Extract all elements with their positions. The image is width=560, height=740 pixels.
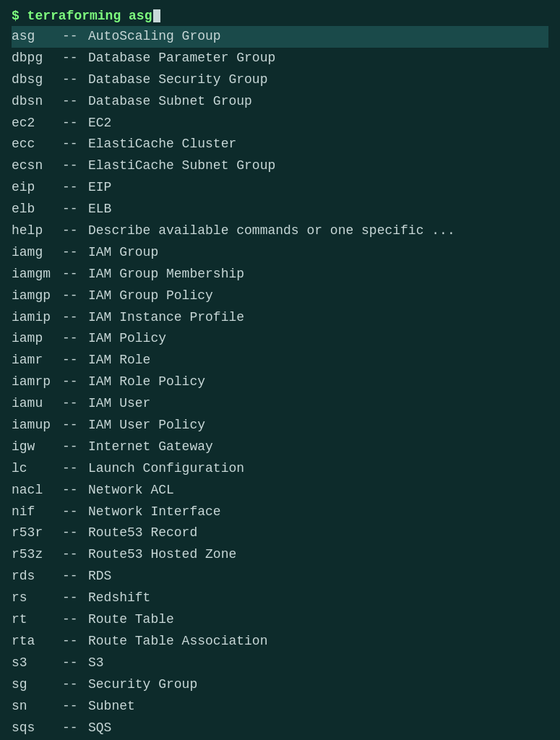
cmd-description: IAM Group Policy	[88, 286, 213, 306]
terminal-window: $ terraforming asg asg -- AutoScaling Gr…	[12, 9, 548, 740]
cmd-separator: --	[62, 567, 88, 587]
cmd-row: iamu -- IAM User	[12, 393, 548, 415]
cmd-row: iamgm -- IAM Group Membership	[12, 264, 548, 285]
cmd-row: r53z -- Route53 Hosted Zone	[12, 544, 548, 566]
cmd-abbr: s3	[12, 653, 62, 674]
cmd-row: iamr -- IAM Role	[12, 350, 548, 371]
cmd-abbr: r53r	[12, 523, 62, 543]
cmd-row: rs -- Redshift	[12, 588, 548, 609]
cmd-row: sn -- Subnet	[12, 696, 548, 718]
cmd-abbr: rta	[12, 632, 62, 652]
cmd-row: ecc -- ElastiCache Cluster	[12, 134, 548, 155]
command-list: asg -- AutoScaling Groupdbpg -- Database…	[12, 26, 548, 740]
cmd-abbr: iamu	[12, 394, 62, 414]
cmd-description: Network Interface	[88, 502, 221, 522]
cmd-separator: --	[62, 459, 88, 479]
cmd-description: Launch Configuration	[88, 459, 244, 479]
cmd-description: Route Table	[88, 610, 174, 630]
cmd-separator: --	[62, 48, 88, 69]
cmd-separator: --	[62, 70, 88, 90]
cmd-separator: --	[62, 243, 88, 263]
cmd-abbr: asg	[12, 27, 62, 47]
prompt-text: $ terraforming asg	[12, 9, 152, 23]
cursor	[153, 9, 160, 22]
cmd-separator: --	[62, 329, 88, 349]
cmd-abbr: sg	[12, 675, 62, 695]
cmd-description: Database Security Group	[88, 70, 267, 90]
cmd-separator: --	[62, 545, 88, 565]
cmd-description: IAM Role	[88, 350, 150, 371]
cmd-row: elb -- ELB	[12, 199, 548, 220]
cmd-description: IAM Instance Profile	[88, 308, 244, 328]
cmd-separator: --	[62, 394, 88, 414]
cmd-row: r53r -- Route53 Record	[12, 522, 548, 544]
cmd-abbr: iamg	[12, 243, 62, 263]
cmd-separator: --	[62, 264, 88, 285]
cmd-description: IAM User	[88, 394, 150, 414]
cmd-separator: --	[62, 675, 88, 695]
cmd-description: ElastiCache Subnet Group	[88, 156, 275, 176]
cmd-separator: --	[62, 718, 88, 739]
cmd-row: dbsg -- Database Security Group	[12, 69, 548, 91]
cmd-abbr: ecsn	[12, 156, 62, 176]
cmd-row: nif -- Network Interface	[12, 502, 548, 523]
cmd-description: RDS	[88, 567, 111, 587]
cmd-row: s3 -- S3	[12, 653, 548, 674]
cmd-abbr: iamup	[12, 416, 62, 436]
cmd-description: Redshift	[88, 588, 150, 608]
cmd-row: iamgp -- IAM Group Policy	[12, 285, 548, 307]
cmd-description: Security Group	[88, 675, 197, 695]
cmd-abbr: iamgm	[12, 264, 62, 285]
cmd-abbr: ec2	[12, 113, 62, 134]
cmd-description: Route Table Association	[88, 632, 267, 652]
cmd-row: ec2 -- EC2	[12, 113, 548, 134]
cmd-abbr: sn	[12, 697, 62, 717]
cmd-row: eip -- EIP	[12, 177, 548, 199]
cmd-row: sg -- Security Group	[12, 674, 548, 696]
cmd-abbr: elb	[12, 199, 62, 220]
cmd-description: SQS	[88, 718, 111, 739]
cmd-row: rt -- Route Table	[12, 609, 548, 631]
cmd-row: igw -- Internet Gateway	[12, 436, 548, 458]
cmd-separator: --	[62, 92, 88, 112]
cmd-row: nacl -- Network ACL	[12, 480, 548, 502]
cmd-row: lc -- Launch Configuration	[12, 458, 548, 480]
cmd-row: iamip -- IAM Instance Profile	[12, 307, 548, 329]
cmd-separator: --	[62, 134, 88, 155]
cmd-row: asg -- AutoScaling Group	[12, 26, 548, 48]
cmd-row: iamg -- IAM Group	[12, 242, 548, 264]
cmd-description: Database Parameter Group	[88, 48, 275, 69]
cmd-abbr: eip	[12, 178, 62, 198]
cmd-separator: --	[62, 632, 88, 652]
cmd-description: ElastiCache Cluster	[88, 134, 236, 155]
cmd-abbr: igw	[12, 437, 62, 457]
cmd-row: iamp -- IAM Policy	[12, 328, 548, 350]
cmd-abbr: rds	[12, 567, 62, 587]
cmd-separator: --	[62, 308, 88, 328]
cmd-abbr: iamip	[12, 308, 62, 328]
cmd-description: IAM User Policy	[88, 416, 205, 436]
cmd-row: dbpg -- Database Parameter Group	[12, 48, 548, 69]
cmd-separator: --	[62, 113, 88, 134]
cmd-abbr: iamp	[12, 329, 62, 349]
cmd-description: AutoScaling Group	[88, 27, 221, 47]
prompt-line: $ terraforming asg	[12, 9, 548, 23]
cmd-separator: --	[62, 372, 88, 392]
cmd-abbr: iamgp	[12, 286, 62, 306]
cmd-description: IAM Role Policy	[88, 372, 205, 392]
cmd-description: Route53 Hosted Zone	[88, 545, 236, 565]
cmd-description: Subnet	[88, 697, 135, 717]
cmd-abbr: sqs	[12, 718, 62, 739]
cmd-description: Network ACL	[88, 481, 174, 501]
cmd-separator: --	[62, 481, 88, 501]
cmd-description: EC2	[88, 113, 111, 134]
cmd-row: ecsn -- ElastiCache Subnet Group	[12, 155, 548, 177]
cmd-description: EIP	[88, 178, 111, 198]
cmd-separator: --	[62, 697, 88, 717]
cmd-separator: --	[62, 199, 88, 220]
cmd-separator: --	[62, 502, 88, 522]
cmd-separator: --	[62, 156, 88, 176]
cmd-separator: --	[62, 416, 88, 436]
cmd-abbr: help	[12, 221, 62, 241]
cmd-abbr: iamr	[12, 350, 62, 371]
